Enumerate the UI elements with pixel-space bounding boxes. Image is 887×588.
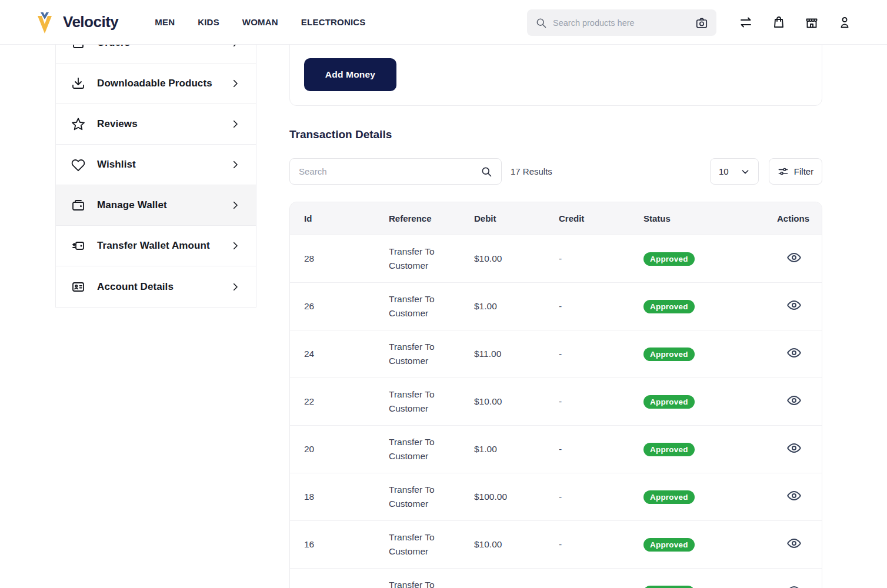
cell-reference: Transfer To Customer: [389, 435, 474, 463]
view-transaction-button[interactable]: [786, 250, 802, 265]
camera-search-icon[interactable]: [695, 16, 708, 29]
sidebar-item-label: Downloadable Products: [97, 78, 212, 89]
sidebar-item-manage-wallet[interactable]: Manage Wallet: [56, 185, 256, 226]
sidebar-item-label: Wishlist: [97, 159, 136, 171]
eye-icon: [786, 345, 802, 360]
cell-status: Approved: [643, 490, 777, 504]
view-transaction-button[interactable]: [786, 345, 802, 360]
cell-id: 28: [304, 253, 389, 264]
nav-item-men[interactable]: MEN: [155, 17, 175, 27]
cell-credit: -: [559, 492, 643, 502]
nav-item-electronics[interactable]: ELECTRONICS: [301, 17, 366, 27]
cell-reference: Transfer To Customer: [389, 340, 474, 368]
shopping-bag-icon[interactable]: [772, 15, 786, 29]
sidebar-item-wishlist[interactable]: Wishlist: [56, 145, 256, 185]
cell-id: 22: [304, 396, 389, 407]
add-money-button[interactable]: Add Money: [304, 58, 396, 91]
chevron-right-icon: [230, 200, 241, 211]
brand-logo[interactable]: Velocity: [35, 10, 118, 35]
eye-icon: [786, 536, 802, 551]
cell-debit: $10.00: [474, 539, 559, 550]
eye-icon: [786, 250, 802, 265]
status-badge: Approved: [643, 538, 695, 552]
transactions-table: Id Reference Debit Credit Status Actions…: [289, 202, 822, 588]
account-sidebar: Orders Downloadable Products Reviews Wis…: [55, 22, 256, 308]
cell-actions: [786, 440, 808, 458]
sidebar-item-label: Transfer Wallet Amount: [97, 240, 210, 252]
user-account-icon[interactable]: [838, 15, 852, 29]
brand-name: Velocity: [63, 13, 118, 31]
product-search-bar: [527, 9, 716, 36]
table-row: 22 Transfer To Customer $10.00 - Approve…: [290, 377, 822, 425]
filter-button[interactable]: Filter: [769, 158, 822, 185]
cell-debit: $11.00: [474, 349, 559, 359]
view-transaction-button[interactable]: [786, 583, 802, 588]
view-transaction-button[interactable]: [786, 440, 802, 456]
site-header: Velocity MEN KIDS WOMAN ELECTRONICS: [0, 0, 887, 45]
view-transaction-button[interactable]: [786, 393, 802, 408]
chevron-right-icon: [230, 282, 241, 292]
cell-debit: $10.00: [474, 396, 559, 407]
nav-item-kids[interactable]: KIDS: [198, 17, 219, 27]
sidebar-item-transfer-wallet-amount[interactable]: Transfer Wallet Amount: [56, 226, 256, 266]
cell-actions: [786, 536, 808, 553]
cell-reference: Transfer To Customer: [389, 292, 474, 320]
cell-status: Approved: [643, 300, 777, 313]
cell-debit: $1.00: [474, 301, 559, 312]
cell-reference: Transfer To Customer: [389, 245, 474, 273]
table-body: 28 Transfer To Customer $10.00 - Approve…: [290, 235, 822, 588]
cell-credit: -: [559, 301, 643, 312]
status-badge: Approved: [643, 586, 695, 588]
eye-icon: [786, 488, 802, 503]
status-badge: Approved: [643, 252, 695, 266]
eye-icon: [786, 393, 802, 408]
search-icon[interactable]: [481, 166, 492, 178]
heart-icon: [71, 158, 85, 172]
column-header-actions: Actions: [777, 213, 811, 223]
column-header-debit: Debit: [474, 213, 559, 223]
sidebar-item-downloadable-products[interactable]: Downloadable Products: [56, 64, 256, 104]
results-count: 17 Results: [511, 166, 552, 176]
transaction-details-title: Transaction Details: [289, 128, 822, 141]
nav-item-woman[interactable]: WOMAN: [242, 17, 278, 27]
sidebar-item-reviews[interactable]: Reviews: [56, 104, 256, 145]
table-row: 26 Transfer To Customer $1.00 - Approved: [290, 282, 822, 330]
chevron-right-icon: [230, 78, 241, 89]
cell-id: 24: [304, 349, 389, 359]
store-icon[interactable]: [805, 15, 819, 29]
wallet-icon: [71, 198, 85, 212]
sidebar-item-label: Account Details: [97, 281, 174, 293]
id-card-icon: [71, 280, 85, 294]
cell-reference: Transfer To Customer: [389, 483, 474, 511]
cell-status: Approved: [643, 586, 777, 588]
column-header-id: Id: [304, 213, 389, 223]
sidebar-item-account-details[interactable]: Account Details: [56, 266, 256, 307]
cell-reference: Transfer To Customer: [389, 578, 474, 588]
sidebar-item-label: Reviews: [97, 118, 138, 130]
table-row: 28 Transfer To Customer $10.00 - Approve…: [290, 235, 822, 282]
filter-button-label: Filter: [794, 166, 813, 176]
cell-id: 16: [304, 539, 389, 550]
transactions-search-input[interactable]: [299, 166, 475, 176]
column-header-credit: Credit: [559, 213, 643, 223]
cell-actions: [786, 393, 808, 410]
eye-icon: [786, 440, 802, 456]
main-nav: MEN KIDS WOMAN ELECTRONICS: [155, 17, 365, 27]
view-transaction-button[interactable]: [786, 536, 802, 551]
cell-credit: -: [559, 444, 643, 455]
chevron-right-icon: [230, 159, 241, 170]
view-transaction-button[interactable]: [786, 488, 802, 503]
per-page-select[interactable]: 10: [710, 158, 759, 185]
per-page-value: 10: [719, 166, 729, 176]
sidebar-item-label: Manage Wallet: [97, 199, 167, 211]
cell-credit: -: [559, 396, 643, 407]
table-row: 24 Transfer To Customer $11.00 - Approve…: [290, 330, 822, 377]
cell-actions: [786, 345, 808, 363]
cell-actions: [786, 250, 808, 268]
view-transaction-button[interactable]: [786, 298, 802, 313]
sliders-icon: [778, 166, 789, 177]
cell-status: Approved: [643, 395, 777, 409]
status-badge: Approved: [643, 490, 695, 504]
compare-icon[interactable]: [739, 15, 753, 29]
product-search-input[interactable]: [553, 18, 689, 28]
